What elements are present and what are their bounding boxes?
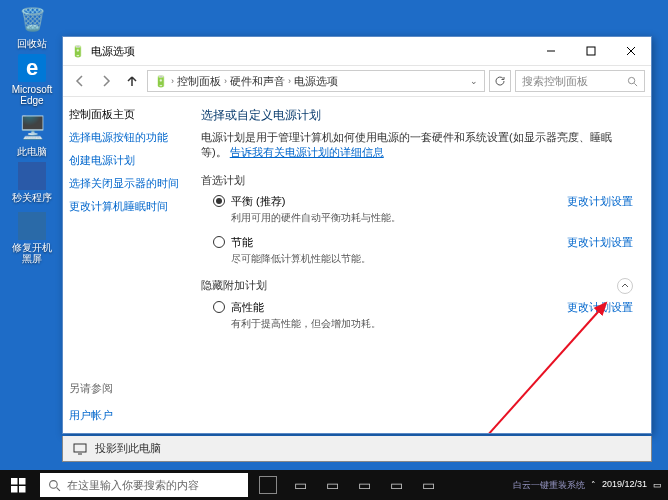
taskbar-app[interactable]: ▭: [348, 470, 380, 500]
main-content: 选择或自定义电源计划 电源计划是用于管理计算机如何使用电源的一套硬件和系统设置(…: [191, 97, 651, 433]
plan-desc: 利用可用的硬件自动平衡功耗与性能。: [231, 211, 401, 225]
page-title: 选择或自定义电源计划: [201, 107, 633, 124]
svg-line-15: [57, 487, 60, 490]
plan-high-perf: 高性能 有利于提高性能，但会增加功耗。 更改计划设置: [213, 300, 633, 331]
projector-icon: [73, 443, 87, 455]
svg-rect-12: [11, 486, 18, 493]
taskbar-app[interactable]: ▭: [316, 470, 348, 500]
nav-up-button[interactable]: [121, 70, 143, 92]
projector-bar[interactable]: 投影到此电脑: [62, 436, 652, 462]
section-preferred-plans: 首选计划: [201, 173, 633, 188]
desktop-icon-app1[interactable]: 秒关程序: [8, 162, 56, 203]
desktop-icon-label: 此电脑: [8, 146, 56, 157]
svg-point-14: [50, 480, 58, 488]
sidebar-link-user-accounts[interactable]: 用户帐户: [69, 408, 185, 423]
nav-back-button[interactable]: [69, 70, 91, 92]
svg-rect-1: [587, 47, 595, 55]
search-icon: [48, 479, 61, 492]
window-title: 电源选项: [91, 44, 135, 59]
chevron-right-icon: ›: [224, 76, 227, 86]
computer-icon: 🖥️: [16, 112, 48, 144]
app-icon: [18, 212, 46, 240]
change-plan-link[interactable]: 更改计划设置: [567, 194, 633, 209]
close-button[interactable]: [611, 37, 651, 65]
sidebar-link-sleep-time[interactable]: 更改计算机睡眠时间: [69, 199, 185, 214]
battery-icon: 🔋: [154, 75, 168, 88]
section-hidden-plans: 隐藏附加计划: [201, 278, 267, 293]
app-icon: [18, 162, 46, 190]
sidebar: 控制面板主页 选择电源按钮的功能 创建电源计划 选择关闭显示器的时间 更改计算机…: [63, 97, 191, 433]
help-link[interactable]: 告诉我有关电源计划的详细信息: [230, 146, 384, 158]
refresh-button[interactable]: [489, 70, 511, 92]
nav-forward-button[interactable]: [95, 70, 117, 92]
sidebar-link-display-off[interactable]: 选择关闭显示器的时间: [69, 176, 185, 191]
taskbar-app[interactable]: ▭: [284, 470, 316, 500]
sidebar-link-power-button[interactable]: 选择电源按钮的功能: [69, 130, 185, 145]
breadcrumb-segment[interactable]: 硬件和声音: [230, 74, 285, 89]
titlebar: 🔋 电源选项: [63, 37, 651, 65]
desktop-icon-label: 修复开机黑屏: [8, 242, 56, 264]
sidebar-header[interactable]: 控制面板主页: [69, 107, 185, 122]
chevron-right-icon: ›: [288, 76, 291, 86]
desktop-icon-label: 秒关程序: [8, 192, 56, 203]
projector-label: 投影到此电脑: [95, 441, 161, 456]
search-input[interactable]: 搜索控制面板: [515, 70, 645, 92]
minimize-button[interactable]: [531, 37, 571, 65]
radio-balanced[interactable]: [213, 195, 225, 207]
plan-name: 节能: [231, 235, 371, 250]
desktop-icon-recycle[interactable]: 🗑️ 回收站: [8, 4, 56, 49]
system-tray: 白云一键重装系统 ˄ 2019/12/31 ▭: [513, 479, 668, 492]
plan-desc: 有利于提高性能，但会增加功耗。: [231, 317, 381, 331]
breadcrumb-segment[interactable]: 电源选项: [294, 74, 338, 89]
plan-name: 高性能: [231, 300, 381, 315]
taskbar-app[interactable]: ▭: [380, 470, 412, 500]
svg-rect-10: [11, 478, 18, 485]
maximize-button[interactable]: [571, 37, 611, 65]
sidebar-link-create-plan[interactable]: 创建电源计划: [69, 153, 185, 168]
plan-saver: 节能 尽可能降低计算机性能以节能。 更改计划设置: [213, 235, 633, 266]
chevron-down-icon[interactable]: ⌄: [470, 76, 478, 86]
start-button[interactable]: [0, 470, 36, 500]
recycle-bin-icon: 🗑️: [16, 4, 48, 36]
desktop-icon-edge[interactable]: e Microsoft Edge: [8, 54, 56, 106]
breadcrumb[interactable]: 🔋 › 控制面板 › 硬件和声音 › 电源选项 ⌄: [147, 70, 485, 92]
sidebar-see-also: 另请参阅: [69, 381, 185, 396]
breadcrumb-segment[interactable]: 控制面板: [177, 74, 221, 89]
search-placeholder: 搜索控制面板: [522, 74, 588, 89]
taskbar-app[interactable]: ▭: [412, 470, 444, 500]
radio-saver[interactable]: [213, 236, 225, 248]
desktop-icon-label: 回收站: [8, 38, 56, 49]
desktop-icon-thispc[interactable]: 🖥️ 此电脑: [8, 112, 56, 157]
change-plan-link[interactable]: 更改计划设置: [567, 235, 633, 250]
control-panel-window: 🔋 电源选项 🔋 › 控制面板 ›: [62, 36, 652, 434]
radio-high-perf[interactable]: [213, 301, 225, 313]
taskbar-taskview[interactable]: [252, 470, 284, 500]
edge-icon: e: [18, 54, 46, 82]
taskbar-clock[interactable]: 2019/12/31: [602, 480, 647, 490]
search-icon: [627, 76, 638, 87]
collapse-button[interactable]: [617, 278, 633, 294]
svg-rect-11: [19, 478, 26, 485]
desktop-icon-label: Microsoft Edge: [8, 84, 56, 106]
svg-rect-8: [74, 444, 86, 452]
desktop-icon-app2[interactable]: 修复开机黑屏: [8, 212, 56, 264]
page-description: 电源计划是用于管理计算机如何使用电源的一套硬件和系统设置(如显示器亮度、睡眠等)…: [201, 130, 633, 161]
navbar: 🔋 › 控制面板 › 硬件和声音 › 电源选项 ⌄ 搜索控制面板: [63, 65, 651, 97]
change-plan-link[interactable]: 更改计划设置: [567, 300, 633, 315]
search-placeholder: 在这里输入你要搜索的内容: [67, 478, 199, 493]
battery-icon: 🔋: [71, 45, 85, 58]
notifications-icon[interactable]: ▭: [653, 480, 662, 490]
plan-desc: 尽可能降低计算机性能以节能。: [231, 252, 371, 266]
plan-balanced: 平衡 (推荐) 利用可用的硬件自动平衡功耗与性能。 更改计划设置: [213, 194, 633, 225]
svg-rect-13: [19, 486, 26, 493]
svg-point-4: [628, 77, 634, 83]
taskbar: 在这里输入你要搜索的内容 ▭ ▭ ▭ ▭ ▭ 白云一键重装系统 ˄ 2019/1…: [0, 470, 668, 500]
tray-chevron-icon[interactable]: ˄: [591, 480, 596, 490]
plan-name: 平衡 (推荐): [231, 194, 401, 209]
watermark: 白云一键重装系统: [513, 479, 585, 492]
taskbar-search[interactable]: 在这里输入你要搜索的内容: [40, 473, 248, 497]
svg-line-5: [634, 83, 637, 86]
chevron-right-icon: ›: [171, 76, 174, 86]
